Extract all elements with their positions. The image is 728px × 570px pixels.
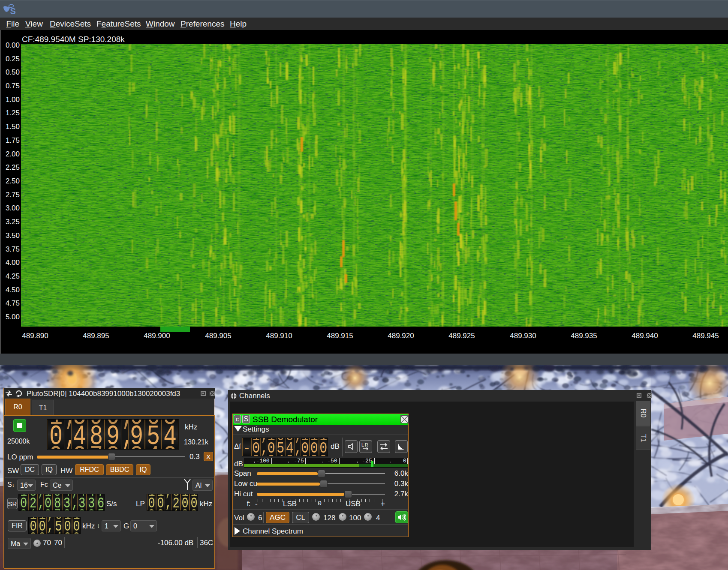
svg-text:S: S — [10, 6, 16, 16]
svg-text:L: L — [361, 442, 364, 447]
svg-text:R: R — [365, 442, 368, 447]
